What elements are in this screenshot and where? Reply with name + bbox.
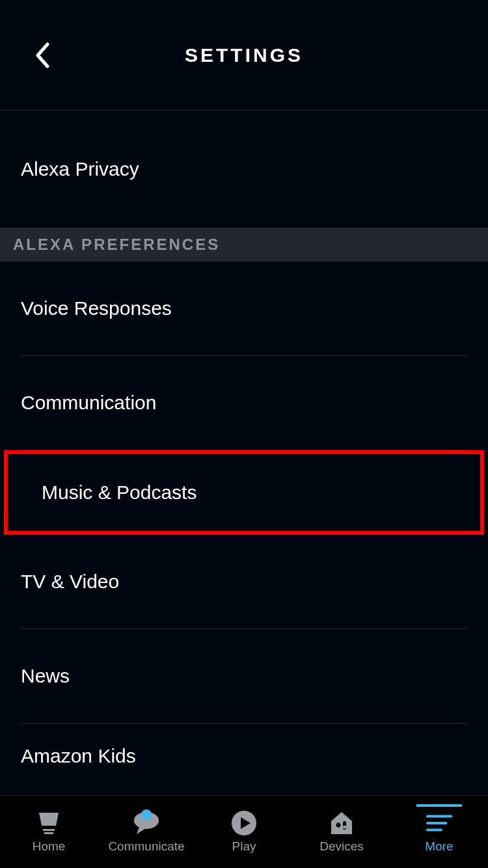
svg-rect-1 [44,832,53,834]
list-item-label: Amazon Kids [21,745,136,767]
list-item-voice-responses[interactable]: Voice Responses [21,262,467,356]
bottom-nav: Home Communicate Play [0,795,488,868]
list-item-communication[interactable]: Communication [21,356,467,450]
list-item-alexa-privacy[interactable]: Alexa Privacy [21,111,467,228]
list-item-amazon-kids[interactable]: Amazon Kids [21,724,467,789]
list-item-tv-video[interactable]: TV & Video [21,535,467,629]
more-icon [425,811,454,835]
list-item-label: Music & Podcasts [42,481,197,504]
list-item-label: Voice Responses [21,297,172,319]
list-item-label: Alexa Privacy [21,158,139,180]
play-icon [230,811,258,835]
nav-item-communicate[interactable]: Communicate [98,811,195,854]
communicate-icon [132,811,161,835]
svg-rect-0 [43,829,55,831]
notification-dot [141,809,152,820]
svg-point-6 [343,825,346,828]
chevron-left-icon [35,42,49,68]
list-item-label: News [21,665,70,687]
settings-list: Alexa Privacy ALEXA PREFERENCES Voice Re… [0,111,488,795]
page-title: SETTINGS [185,44,303,66]
back-button[interactable] [29,39,55,72]
svg-point-4 [336,822,341,827]
nav-item-play[interactable]: Play [195,811,293,854]
nav-label: More [425,839,453,854]
header: SETTINGS [0,0,488,111]
nav-label: Home [33,839,66,854]
devices-icon [327,811,356,835]
list-item-label: TV & Video [21,571,119,593]
list-item-music-podcasts[interactable]: Music & Podcasts [4,450,484,535]
nav-item-devices[interactable]: Devices [293,811,390,854]
nav-label: Communicate [108,839,184,854]
nav-label: Play [232,839,256,854]
nav-item-home[interactable]: Home [0,811,98,854]
nav-label: Devices [319,839,364,854]
section-header-preferences: ALEXA PREFERENCES [0,228,488,262]
home-icon [34,811,63,835]
list-item-news[interactable]: News [21,629,467,724]
list-item-label: Communication [21,392,156,414]
nav-item-more[interactable]: More [390,811,488,854]
